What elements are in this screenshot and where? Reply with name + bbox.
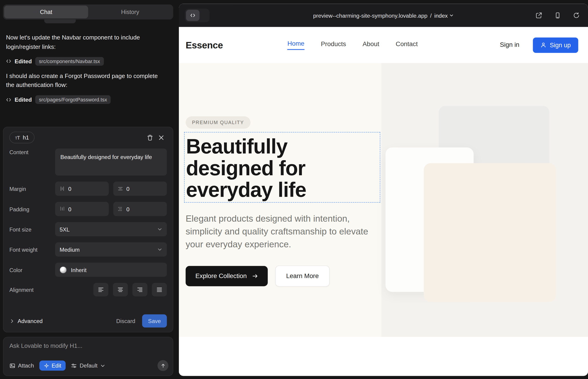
- edited-file-row[interactable]: Edited src/pages/ForgotPassword.tsx: [6, 95, 173, 104]
- hero-heading[interactable]: Beautifully designed for everyday life: [186, 135, 380, 201]
- padding-y-icon: [118, 206, 123, 211]
- url-bar: preview--charming-site-symphony.lovable.…: [179, 4, 588, 27]
- chevron-down-icon: [100, 363, 105, 368]
- attach-label: Attach: [18, 363, 34, 369]
- signup-button[interactable]: Sign up: [533, 37, 578, 53]
- font-size-field-row: Font size 5XL: [9, 222, 167, 236]
- cta-primary-label: Explore Collection: [195, 272, 247, 280]
- font-weight-field-row: Font weight Medium: [9, 242, 167, 256]
- color-select[interactable]: Inherit: [55, 263, 167, 277]
- route-selector[interactable]: index: [434, 12, 454, 19]
- trash-icon: [147, 134, 153, 141]
- chat-message: Now let's update the Navbar component to…: [6, 33, 164, 52]
- margin-field-row: Margin 0 0: [9, 181, 167, 196]
- padding-y-value: 0: [126, 206, 130, 212]
- content-label: Content: [9, 149, 55, 155]
- content-input[interactable]: Beautifully designed for everyday life: [55, 149, 167, 176]
- decorative-card-cream: [424, 163, 556, 302]
- align-justify-button[interactable]: [152, 283, 167, 296]
- route-name: index: [434, 12, 448, 19]
- arrow-right-icon: [252, 273, 258, 279]
- mobile-preview-button[interactable]: [552, 10, 563, 21]
- padding-label: Padding: [9, 205, 55, 212]
- code-view-toggle[interactable]: [185, 9, 210, 22]
- site-navbar: Essence Home Products About Contact Sign…: [179, 27, 588, 63]
- content-field-row: Content Beautifully designed for everyda…: [9, 149, 167, 176]
- nav-link-contact[interactable]: Contact: [396, 41, 418, 49]
- element-inspector-panel: TT h1 Content Beautifully designed: [3, 127, 173, 332]
- close-inspector-button[interactable]: [156, 132, 167, 143]
- chat-message: I should also create a Forgot Password p…: [6, 72, 164, 90]
- discard-button[interactable]: Discard: [116, 318, 135, 324]
- sidebar-tabbar: Chat History: [3, 5, 173, 19]
- margin-x-value: 0: [68, 186, 72, 192]
- explore-collection-button[interactable]: Explore Collection: [186, 266, 268, 286]
- align-center-button[interactable]: [113, 283, 128, 296]
- color-swatch: [60, 266, 67, 273]
- open-external-button[interactable]: [533, 10, 544, 21]
- tab-chat[interactable]: Chat: [4, 6, 88, 19]
- font-weight-select[interactable]: Medium: [55, 242, 167, 256]
- refresh-button[interactable]: [571, 10, 582, 21]
- hero-section: PREMIUM QUALITY Beautifully designed for…: [179, 63, 588, 337]
- align-right-button[interactable]: [132, 283, 147, 296]
- signin-link[interactable]: Sign in: [500, 41, 519, 49]
- font-weight-label: Font weight: [9, 246, 55, 253]
- element-tag-label: h1: [23, 134, 29, 141]
- prompt-input[interactable]: Ask Lovable to modify H1...: [9, 343, 168, 349]
- nav-link-home[interactable]: Home: [287, 40, 304, 50]
- refresh-icon: [573, 12, 580, 19]
- tab-history[interactable]: History: [88, 6, 172, 19]
- mobile-icon: [554, 12, 561, 19]
- padding-x-input[interactable]: 0: [55, 202, 109, 216]
- chevron-down-icon: [157, 227, 162, 232]
- edited-file-chip[interactable]: src/pages/ForgotPassword.tsx: [35, 95, 111, 104]
- color-value: Inherit: [71, 267, 86, 273]
- font-size-select[interactable]: 5XL: [55, 222, 167, 236]
- alignment-label: Alignment: [9, 286, 55, 293]
- site-brand[interactable]: Essence: [186, 40, 223, 50]
- inspector-footer: Advanced Discard Save: [9, 312, 167, 327]
- selected-element-outline[interactable]: Beautifully designed for everyday life: [184, 132, 380, 203]
- site-lower-area: [179, 337, 588, 376]
- attach-image-icon: [9, 363, 15, 368]
- element-tag-pill[interactable]: TT h1: [9, 132, 35, 143]
- clipped-chip: [44, 19, 76, 23]
- chevron-down-icon: [449, 13, 454, 18]
- send-button[interactable]: [157, 360, 168, 371]
- align-left-button[interactable]: [93, 283, 108, 296]
- code-icon: [6, 97, 11, 102]
- code-toggle-button[interactable]: [186, 10, 200, 21]
- url-separator: /: [430, 12, 432, 19]
- margin-x-input[interactable]: 0: [55, 181, 109, 196]
- attach-button[interactable]: Attach: [9, 363, 34, 369]
- model-default-button[interactable]: Default: [71, 363, 106, 369]
- chat-sidebar: Chat History Now let's update the Navbar…: [0, 0, 178, 379]
- save-button[interactable]: Save: [142, 314, 167, 327]
- chevron-down-icon: [157, 247, 162, 252]
- preview-url: preview--charming-site-symphony.lovable.…: [313, 12, 428, 19]
- nav-link-products[interactable]: Products: [321, 41, 346, 49]
- color-label: Color: [9, 266, 55, 273]
- padding-y-input[interactable]: 0: [113, 202, 167, 216]
- hero-cta-group: Explore Collection Learn More: [186, 266, 329, 287]
- signup-label: Sign up: [550, 42, 571, 49]
- edited-label: Edited: [15, 96, 32, 103]
- edit-label: Edit: [52, 363, 61, 369]
- hero-paragraph[interactable]: Elegant products designed with intention…: [186, 212, 373, 251]
- advanced-toggle[interactable]: Advanced: [9, 318, 43, 324]
- nav-link-about[interactable]: About: [363, 41, 379, 49]
- delete-element-button[interactable]: [144, 132, 156, 143]
- edited-file-chip[interactable]: src/components/Navbar.tsx: [35, 57, 104, 66]
- margin-y-input[interactable]: 0: [113, 181, 167, 196]
- code-icon: [6, 59, 11, 64]
- margin-x-icon: [60, 186, 65, 191]
- edited-file-row[interactable]: Edited src/components/Navbar.tsx: [6, 57, 173, 66]
- preview-topbar: preview--charming-site-symphony.lovable.…: [179, 4, 588, 27]
- prompt-composer[interactable]: Ask Lovable to modify H1... Attach Edit: [3, 337, 173, 376]
- sliders-icon: [71, 363, 77, 368]
- learn-more-button[interactable]: Learn More: [275, 266, 329, 287]
- edit-mode-button[interactable]: Edit: [39, 360, 66, 371]
- align-justify-icon: [156, 286, 162, 293]
- alignment-field-row: Alignment: [9, 283, 167, 296]
